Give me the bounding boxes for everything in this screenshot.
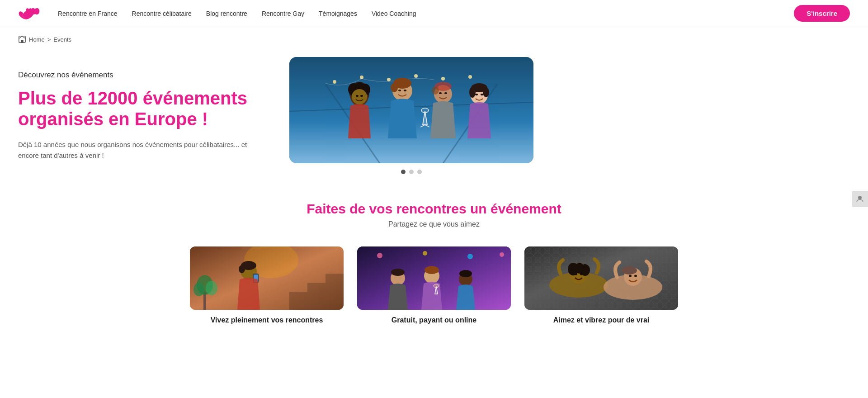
section-title: Faites de vos rencontres un événement xyxy=(18,201,850,217)
card-image-vivez xyxy=(190,246,344,310)
nav-gay[interactable]: Rencontre Gay xyxy=(262,10,304,17)
register-button[interactable]: S'inscrire xyxy=(794,5,850,22)
nav-video-coaching[interactable]: Video Coaching xyxy=(372,10,416,17)
card-aimez: Aimez et vibrez pour de vrai xyxy=(524,246,678,324)
carousel-dot-1[interactable] xyxy=(401,170,406,174)
breadcrumb-separator: > xyxy=(47,36,51,43)
card-image-aimez xyxy=(524,246,678,310)
svg-point-63 xyxy=(434,284,439,288)
svg-point-55 xyxy=(377,253,382,258)
breadcrumb-home[interactable]: Home xyxy=(29,36,45,43)
hero-text: Découvrez nos événements Plus de 12000 é… xyxy=(18,71,262,161)
nav-temoignages[interactable]: Témoignages xyxy=(319,10,357,17)
hero-subtitle: Découvrez nos événements xyxy=(18,71,262,80)
breadcrumb: Home > Events xyxy=(0,27,868,43)
svg-point-65 xyxy=(459,270,472,277)
svg-point-53 xyxy=(206,281,217,295)
svg-point-75 xyxy=(575,273,577,275)
card-gratuit: Gratuit, payant ou online xyxy=(357,246,511,324)
carousel-dot-2[interactable] xyxy=(409,170,414,174)
card-vivez: Vivez pleinement vos rencontres xyxy=(190,246,344,324)
svg-point-60 xyxy=(391,269,405,276)
header: Rencontre en France Rencontre célibatair… xyxy=(0,0,868,27)
carousel-dot-3[interactable] xyxy=(417,170,422,174)
section-subtitle: Partagez ce que vous aimez xyxy=(18,220,850,228)
svg-point-52 xyxy=(193,283,204,296)
hero-description: Déjà 10 années que nous organisons nos é… xyxy=(18,139,262,161)
main-nav: Rencontre en France Rencontre célibatair… xyxy=(58,10,794,17)
svg-point-58 xyxy=(500,252,504,257)
nav-celibataire[interactable]: Rencontre célibataire xyxy=(132,10,192,17)
svg-point-82 xyxy=(858,196,862,199)
svg-point-47 xyxy=(239,265,245,273)
svg-point-56 xyxy=(423,251,427,256)
card-label-vivez: Vivez pleinement vos rencontres xyxy=(211,316,323,324)
nav-blog[interactable]: Blog rencontre xyxy=(206,10,247,17)
svg-point-79 xyxy=(622,266,637,275)
svg-point-76 xyxy=(580,273,583,275)
svg-point-81 xyxy=(634,275,637,277)
svg-point-57 xyxy=(467,254,473,259)
card-image-gratuit xyxy=(357,246,511,310)
card-label-gratuit: Gratuit, payant ou online xyxy=(392,316,476,324)
carousel-dots xyxy=(289,170,533,174)
card-label-aimez: Aimez et vibrez pour de vrai xyxy=(553,316,650,324)
cards-section: Vivez pleinement vos rencontres xyxy=(0,237,868,342)
svg-rect-42 xyxy=(289,57,533,163)
svg-point-80 xyxy=(629,275,632,277)
breadcrumb-current: Events xyxy=(53,36,71,43)
home-icon xyxy=(18,35,26,43)
svg-rect-3 xyxy=(21,40,23,43)
section-title-block: Faites de vos rencontres un événement Pa… xyxy=(0,183,868,237)
svg-point-62 xyxy=(425,266,439,274)
nav-france[interactable]: Rencontre en France xyxy=(58,10,118,17)
hero-title: Plus de 12000 événements organisés en Eu… xyxy=(18,88,262,129)
hero-section: Découvrez nos événements Plus de 12000 é… xyxy=(0,43,868,183)
hero-image xyxy=(289,57,533,163)
sidebar-user-icon[interactable] xyxy=(852,191,868,207)
hero-image-container xyxy=(289,57,533,174)
logo[interactable] xyxy=(18,5,40,22)
